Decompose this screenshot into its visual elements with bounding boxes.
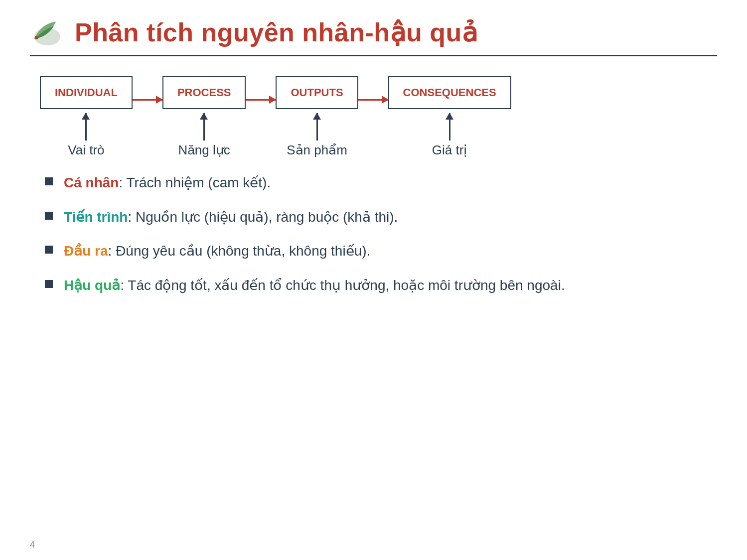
arrow-3 [358,99,388,136]
box-individual: INDIVIDUAL [40,76,133,109]
bullet-list: Cá nhân: Trách nhiệm (cam kết). Tiến trì… [45,173,717,295]
sublabel-outputs: Sản phẩm [287,142,347,158]
arrow-right-line-3 [358,99,388,101]
bullet-text-2: Tiến trình: Nguồn lực (hiệu quả), ràng b… [64,207,398,228]
up-arrow-outputs [316,113,318,140]
bullet-square-2 [45,212,53,220]
diagram-row: INDIVIDUAL Vai trò PROCESS Năng lực [40,76,511,158]
up-arrow-line-individual [85,113,87,140]
bullet-rest-2: : Nguồn lực (hiệu quả), ràng buộc (khả t… [128,209,398,225]
sublabel-individual: Vai trò [68,142,104,158]
arrow-right-line-1 [133,99,162,101]
bullet-rest-3: : Đúng yêu cầu (không thừa, không thiếu)… [108,243,371,259]
up-arrow-consequences [449,113,450,140]
header: Phân tích nguyên nhân-hậu quả [30,15,717,50]
page-title: Phân tích nguyên nhân-hậu quả [75,17,478,47]
bullet-square-4 [45,280,53,288]
logo-icon [30,15,65,50]
box-outputs: OUTPUTS [276,76,358,109]
page-number: 4 [30,540,35,550]
bullet-text-3: Đầu ra: Đúng yêu cầu (không thừa, không … [64,241,370,262]
sublabel-process: Năng lực [178,142,230,158]
up-arrow-individual [85,113,87,140]
arrow-1 [133,99,162,136]
bullet-item-4: Hậu quả: Tác động tốt, xấu đến tổ chức t… [45,276,717,296]
bullet-item-2: Tiến trình: Nguồn lực (hiệu quả), ràng b… [45,207,717,228]
diagram-section: INDIVIDUAL Vai trò PROCESS Năng lực [30,76,717,158]
highlight-ca-nhan: Cá nhân [64,175,119,190]
sublabel-consequences: Giá trị [432,142,467,158]
up-arrow-line-process [203,113,205,140]
diagram-item-process: PROCESS Năng lực [162,76,246,158]
box-consequences: CONSEQUENCES [388,76,511,109]
bullet-text-4: Hậu quả: Tác động tốt, xấu đến tổ chức t… [64,276,565,296]
up-arrow-line-outputs [316,113,318,140]
slide-page: Phân tích nguyên nhân-hậu quả INDIVIDUAL… [0,0,747,560]
bullet-rest-4: : Tác động tốt, xấu đến tổ chức thụ hưởn… [120,278,565,293]
arrow-right-line-2 [246,99,276,101]
arrow-2 [246,99,276,136]
bullet-square-3 [45,246,53,254]
box-process: PROCESS [162,76,246,109]
svg-point-1 [35,36,38,39]
bullet-rest-1: : Trách nhiệm (cam kết). [119,175,271,190]
bullet-item-1: Cá nhân: Trách nhiệm (cam kết). [45,173,717,193]
diagram-item-consequences: CONSEQUENCES Giá trị [388,76,511,158]
bullet-square-1 [45,177,53,185]
bullet-text-1: Cá nhân: Trách nhiệm (cam kết). [64,173,271,193]
highlight-hau-qua: Hậu quả [64,278,120,293]
up-arrow-process [203,113,205,140]
bullet-item-3: Đầu ra: Đúng yêu cầu (không thừa, không … [45,241,717,262]
highlight-tien-trinh: Tiến trình [64,209,128,225]
up-arrow-line-consequences [449,113,450,140]
highlight-dau-ra: Đầu ra [64,243,108,259]
diagram-item-outputs: OUTPUTS Sản phẩm [276,76,358,158]
diagram-item-individual: INDIVIDUAL Vai trò [40,76,133,158]
header-divider [30,55,717,56]
